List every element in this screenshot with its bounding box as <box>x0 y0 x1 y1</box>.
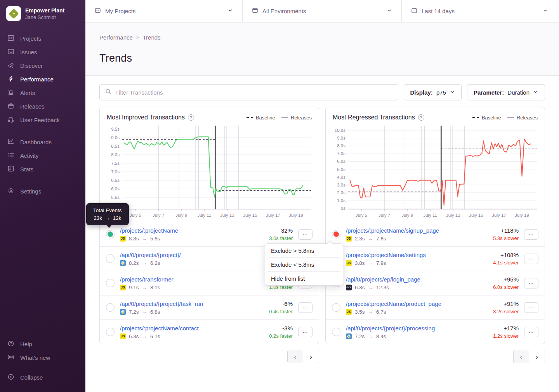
previous-page-button[interactable]: ‹ <box>514 350 529 363</box>
help-circle-icon[interactable]: ? <box>418 114 424 121</box>
chevron-down-icon <box>450 89 455 96</box>
sidebar-item-label: Performance <box>20 76 54 83</box>
sidebar-item-issues[interactable]: Issues <box>0 45 85 59</box>
lightning-icon <box>7 75 14 83</box>
breadcrumb: Performance > Trends <box>99 34 545 41</box>
sidebar-item-collapse[interactable]: Collapse <box>0 371 85 384</box>
duration-change: 7.2s → 8.4s <box>346 333 483 339</box>
transaction-link[interactable]: /projects/:projectName <box>120 227 257 234</box>
svg-text:July 5: July 5 <box>130 213 141 218</box>
sidebar-item-user-feedback[interactable]: User Feedback <box>0 113 85 127</box>
sidebar-item-settings[interactable]: Settings <box>0 185 85 198</box>
breadcrumb-performance[interactable]: Performance <box>99 34 133 41</box>
svg-text:8.0s: 8.0s <box>337 143 345 148</box>
row-actions-button[interactable]: … <box>524 229 538 240</box>
sidebar-item-whats-new[interactable]: What’s new <box>0 351 85 364</box>
row-actions-button[interactable]: … <box>298 302 312 313</box>
sidebar-item-projects[interactable]: Projects <box>0 32 85 45</box>
transaction-link[interactable]: /api/0/projects/ep/login_page <box>346 276 483 283</box>
transaction-link[interactable]: /api/0/projects/{project}/processing <box>346 325 483 332</box>
row-actions-button[interactable]: … <box>524 302 538 313</box>
svg-text:5.5s: 5.5s <box>111 195 120 200</box>
transaction-radio[interactable] <box>106 328 115 336</box>
transaction-radio[interactable] <box>332 230 340 238</box>
transaction-link[interactable]: /api/0/projects/{project}/task_run <box>120 300 257 307</box>
sidebar-item-releases[interactable]: Releases <box>0 100 85 113</box>
regressed-trend-chart: 0s1.0s2.0s3.0s4.0s5.0s6.0s7.0s8.0s9.0s10… <box>330 122 540 222</box>
help-circle-icon[interactable]: ? <box>188 114 194 121</box>
sidebar-item-help[interactable]: Help <box>0 337 85 351</box>
transaction-link[interactable]: /projects/:projectName/settings <box>346 252 483 258</box>
transaction-radio[interactable] <box>106 279 115 287</box>
chevron-down-icon <box>387 8 392 14</box>
ellipsis-icon: … <box>528 279 534 285</box>
svg-text:July 5: July 5 <box>356 213 367 218</box>
search-icon <box>105 88 111 96</box>
transaction-radio[interactable] <box>332 328 340 336</box>
legend-releases-label: Releases <box>517 115 538 121</box>
parameter-value: Duration <box>507 89 529 96</box>
tooltip-to-value: 12k <box>113 215 122 221</box>
improved-panel-title: Most Improved Transactions ? <box>107 114 194 121</box>
search-input[interactable] <box>115 89 392 96</box>
trend-percent: +17% <box>488 325 519 332</box>
parameter-dropdown[interactable]: Parameter: Duration <box>467 84 545 100</box>
arrow-right-icon: → <box>142 309 148 315</box>
user-name: Jane Schmidt <box>25 14 64 20</box>
sidebar-item-alerts[interactable]: Alerts <box>0 86 85 100</box>
trend-percent: -32% <box>262 227 293 234</box>
svg-text:7.5s: 7.5s <box>111 161 120 166</box>
transaction-link[interactable]: /projects/:projectName/contact <box>120 325 257 332</box>
regressed-pagination: ‹ › <box>325 350 545 363</box>
org-switcher[interactable]: ✦ Empower Plant Jane Schmidt <box>0 6 85 21</box>
sidebar-item-activity[interactable]: Activity <box>0 149 85 162</box>
svg-text:July 11: July 11 <box>197 213 211 218</box>
date-range-selector[interactable]: Last 14 days <box>402 0 559 22</box>
sidebar-item-stats[interactable]: Stats <box>0 162 85 176</box>
display-dropdown[interactable]: Display: p75 <box>404 84 462 100</box>
next-page-button[interactable]: › <box>303 350 319 363</box>
transaction-radio[interactable] <box>106 303 115 312</box>
menu-item-hide-from-list[interactable]: Hide from list <box>265 271 343 285</box>
next-page-button[interactable]: › <box>529 350 545 363</box>
breadcrumb-trends[interactable]: Trends <box>142 34 160 41</box>
svg-text:July 13: July 13 <box>220 213 234 218</box>
regressed-transaction-list: /projects/:projectName/signup_page JS 2.… <box>326 222 545 344</box>
trend-delta: 5.3s slower <box>488 235 519 241</box>
duration-to: 8.4s <box>376 333 386 339</box>
transaction-radio[interactable] <box>106 254 115 263</box>
transaction-link[interactable]: /projects/transformer <box>120 276 257 283</box>
transaction-link[interactable]: /projects/:projectName/product_page <box>346 300 483 307</box>
transaction-radio[interactable] <box>106 230 115 238</box>
transaction-radio[interactable] <box>332 303 340 312</box>
trend-delta: 6.0s slower <box>488 284 519 290</box>
project-selector[interactable]: My Projects <box>85 0 243 22</box>
sidebar-nav: Projects Issues Discover Performance Ale… <box>0 32 85 198</box>
transaction-link[interactable]: /projects/:projectName/signup_page <box>346 227 483 234</box>
svg-text:July 9: July 9 <box>175 213 187 218</box>
svg-text:July 17: July 17 <box>266 213 280 218</box>
svg-text:7.0s: 7.0s <box>111 169 120 174</box>
sidebar-item-dashboards[interactable]: Dashboards <box>0 135 85 149</box>
menu-item-exclude-greater[interactable]: Exclude > 5.8ms <box>265 244 343 257</box>
environment-selector[interactable]: All Environments <box>243 0 402 22</box>
chart-legend: Baseline Releases <box>247 115 312 121</box>
previous-page-button[interactable]: ‹ <box>288 350 303 363</box>
row-actions-button[interactable]: … <box>298 229 312 240</box>
row-actions-button[interactable]: … <box>524 254 538 264</box>
row-actions-button[interactable]: … <box>524 327 538 337</box>
svg-text:0s: 0s <box>341 206 345 211</box>
row-actions-button[interactable]: … <box>298 327 312 337</box>
tooltip-title: Total Events <box>93 207 122 213</box>
parameter-label: Parameter: <box>474 89 504 96</box>
transaction-link[interactable]: /api/0/projects/{project}/ <box>120 252 257 258</box>
trend-delta: 0.2s faster <box>262 333 293 339</box>
app-root: ✦ Empower Plant Jane Schmidt Projects Is… <box>0 0 559 392</box>
sidebar-item-performance[interactable]: Performance <box>0 73 85 86</box>
sidebar-item-discover[interactable]: Discover <box>0 59 85 73</box>
ellipsis-icon: … <box>528 254 534 261</box>
duration-change: JS 8.8s → 5.8s <box>120 236 257 242</box>
menu-item-exclude-less[interactable]: Exclude < 5.8ms <box>265 257 343 271</box>
svg-text:9.0s: 9.0s <box>111 135 120 140</box>
row-actions-button[interactable]: … <box>524 278 538 288</box>
